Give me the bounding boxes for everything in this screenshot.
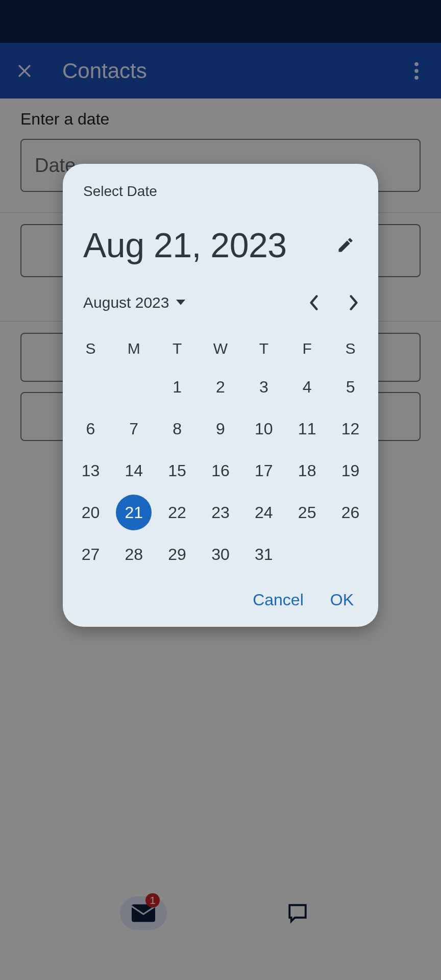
- weekday-header: F: [285, 331, 329, 366]
- calendar-day[interactable]: 13: [69, 450, 112, 492]
- picker-headline-date: Aug 21, 2023: [83, 225, 287, 265]
- calendar-empty-cell: [112, 366, 156, 408]
- calendar-day[interactable]: 18: [285, 450, 329, 492]
- weekday-header: S: [329, 331, 372, 366]
- calendar-day[interactable]: 31: [242, 533, 285, 575]
- month-selector-row: August 2023: [63, 277, 378, 323]
- calendar-day[interactable]: 29: [156, 533, 199, 575]
- weekday-header: W: [199, 331, 242, 366]
- modal-scrim[interactable]: Select Date Aug 21, 2023 August 2023: [0, 0, 441, 980]
- calendar-day[interactable]: 26: [329, 492, 372, 533]
- edit-date-button[interactable]: [333, 233, 358, 257]
- calendar-day[interactable]: 6: [69, 408, 112, 450]
- calendar-empty-cell: [285, 533, 329, 575]
- calendar-day[interactable]: 10: [242, 408, 285, 450]
- calendar-day[interactable]: 12: [329, 408, 372, 450]
- calendar-day[interactable]: 2: [199, 366, 242, 408]
- calendar-day[interactable]: 9: [199, 408, 242, 450]
- calendar-day[interactable]: 23: [199, 492, 242, 533]
- calendar-grid: SMTWTFS 12345678910111213141516171819202…: [69, 331, 372, 575]
- calendar-empty-cell: [69, 366, 112, 408]
- month-year-dropdown[interactable]: August 2023: [83, 294, 185, 311]
- calendar-empty-cell: [329, 533, 372, 575]
- calendar-day[interactable]: 27: [69, 533, 112, 575]
- date-picker-dialog: Select Date Aug 21, 2023 August 2023: [63, 164, 378, 627]
- calendar-day[interactable]: 16: [199, 450, 242, 492]
- calendar-day[interactable]: 28: [112, 533, 156, 575]
- calendar-day[interactable]: 1: [156, 366, 199, 408]
- calendar-day[interactable]: 14: [112, 450, 156, 492]
- calendar-day[interactable]: 5: [329, 366, 372, 408]
- calendar-day[interactable]: 25: [285, 492, 329, 533]
- month-year-label: August 2023: [83, 294, 169, 311]
- calendar-day[interactable]: 17: [242, 450, 285, 492]
- calendar-day[interactable]: 20: [69, 492, 112, 533]
- calendar-day[interactable]: 22: [156, 492, 199, 533]
- calendar-day[interactable]: 24: [242, 492, 285, 533]
- calendar-day[interactable]: 8: [156, 408, 199, 450]
- next-month-button[interactable]: [341, 290, 366, 315]
- calendar-day[interactable]: 3: [242, 366, 285, 408]
- cancel-button[interactable]: Cancel: [253, 591, 304, 609]
- calendar-day[interactable]: 11: [285, 408, 329, 450]
- calendar-day[interactable]: 30: [199, 533, 242, 575]
- calendar-day[interactable]: 21: [112, 492, 156, 533]
- weekday-header: T: [242, 331, 285, 366]
- calendar-day[interactable]: 7: [112, 408, 156, 450]
- picker-supertitle: Select Date: [63, 178, 378, 208]
- calendar-day[interactable]: 4: [285, 366, 329, 408]
- dialog-actions: Cancel OK: [63, 575, 378, 615]
- weekday-header: S: [69, 331, 112, 366]
- ok-button[interactable]: OK: [330, 591, 354, 609]
- content-area: Enter a date Date 1 Select Date Aug 21, …: [0, 99, 441, 980]
- prev-month-button[interactable]: [302, 290, 326, 315]
- dropdown-icon: [176, 300, 185, 306]
- weekday-header: T: [156, 331, 199, 366]
- calendar-day[interactable]: 15: [156, 450, 199, 492]
- calendar-day[interactable]: 19: [329, 450, 372, 492]
- weekday-header: M: [112, 331, 156, 366]
